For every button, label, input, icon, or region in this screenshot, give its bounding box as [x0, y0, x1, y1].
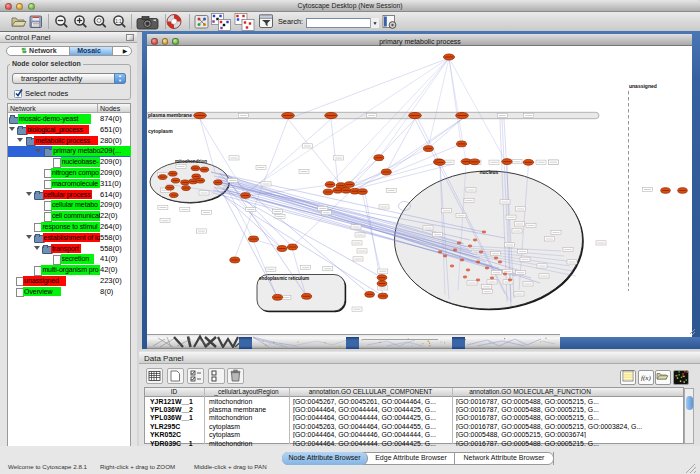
- svg-text:cytoplasm: cytoplasm: [148, 128, 173, 134]
- svg-text:endoplasmic reticulum: endoplasmic reticulum: [259, 276, 309, 281]
- svg-text:mitochondrion: mitochondrion: [175, 159, 207, 164]
- svg-text:unassigned: unassigned: [629, 83, 657, 89]
- svg-text:Search:: Search:: [278, 17, 303, 26]
- svg-text:f(x): f(x): [641, 374, 651, 382]
- svg-text:1:1: 1:1: [115, 19, 122, 24]
- svg-text:plasma membrane: plasma membrane: [148, 112, 192, 118]
- svg-text:nucleus: nucleus: [480, 169, 499, 175]
